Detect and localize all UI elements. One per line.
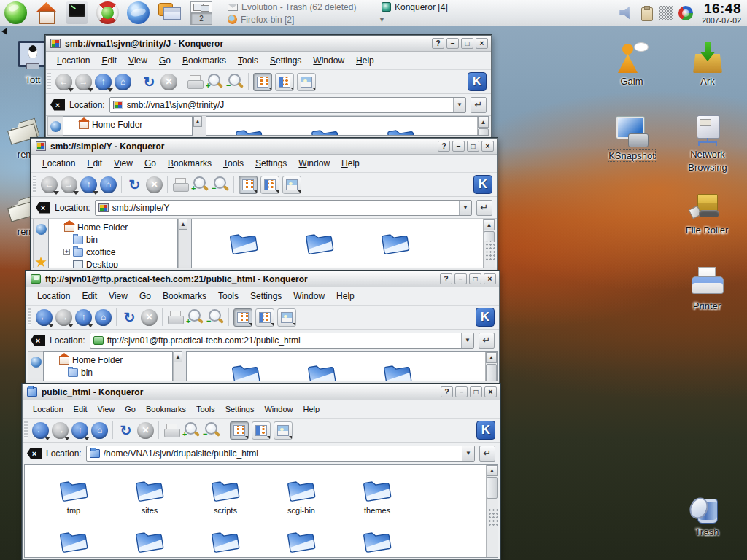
- photo-view-button[interactable]: [297, 73, 316, 91]
- menu-item[interactable]: View: [104, 289, 133, 303]
- globe-tab-icon[interactable]: [31, 357, 42, 368]
- globe-tab-icon[interactable]: [50, 121, 61, 132]
- back-button[interactable]: ←: [36, 309, 53, 326]
- menu-item[interactable]: Help: [336, 157, 365, 170]
- forward-button[interactable]: →: [55, 309, 72, 326]
- back-button[interactable]: ←: [32, 422, 49, 439]
- menu-item[interactable]: Go: [134, 289, 156, 303]
- up-button[interactable]: ↑: [71, 422, 88, 439]
- menu-item[interactable]: Edit: [82, 157, 107, 170]
- panel-clock[interactable]: 16:48 2007-07-02: [699, 1, 747, 25]
- menu-item[interactable]: Window: [260, 403, 297, 415]
- folder-item[interactable]: [227, 121, 272, 136]
- menu-item[interactable]: Bookmarks: [177, 54, 231, 67]
- folder-item[interactable]: [203, 524, 248, 557]
- menu-item[interactable]: Tools: [192, 403, 220, 415]
- zoom-out-button[interactable]: −: [206, 308, 224, 326]
- konsole-icon[interactable]: [66, 1, 88, 24]
- tree-view-button[interactable]: [275, 73, 294, 91]
- back-button[interactable]: ←: [55, 74, 72, 90]
- back-button[interactable]: ←: [41, 176, 58, 193]
- location-input[interactable]: /home/VNA1/sjvn/drupalsite/public_html ▼: [86, 446, 475, 462]
- close-button[interactable]: ×: [476, 38, 488, 49]
- suse-help-icon[interactable]: [96, 1, 119, 24]
- menu-item[interactable]: Help: [331, 289, 360, 303]
- toolbar-handle[interactable]: [24, 421, 28, 439]
- forward-button[interactable]: →: [61, 176, 77, 193]
- kde-logo[interactable]: K: [476, 421, 495, 440]
- menu-item[interactable]: Bookmarks: [163, 157, 217, 170]
- menu-item[interactable]: Edit: [77, 289, 102, 303]
- kontact-mail-icon[interactable]: [158, 1, 180, 24]
- suse-menu-icon[interactable]: [4, 1, 27, 24]
- help-button[interactable]: ?: [438, 141, 450, 152]
- zoom-out-button[interactable]: −: [203, 421, 220, 439]
- maximize-button[interactable]: □: [461, 38, 473, 49]
- menu-item[interactable]: Tools: [233, 54, 263, 67]
- konqueror-icon[interactable]: [127, 1, 150, 24]
- titlebar[interactable]: public_html - Konqueror ? – □ ×: [23, 384, 500, 400]
- menu-item[interactable]: Help: [351, 54, 379, 67]
- scrollbar[interactable]: ▲: [477, 117, 489, 135]
- help-button[interactable]: ?: [432, 38, 444, 49]
- task-evolution[interactable]: Evolution - Trash (62 deleted): [225, 1, 374, 13]
- desktop-icon-file-roller[interactable]: File Roller: [673, 191, 740, 236]
- zoom-in-button[interactable]: +: [191, 176, 209, 193]
- zoom-in-button[interactable]: +: [182, 421, 200, 439]
- menu-item[interactable]: Location: [52, 54, 95, 67]
- tree-view-button[interactable]: [255, 308, 274, 327]
- menu-item[interactable]: Go: [154, 54, 176, 67]
- photo-view-button[interactable]: [277, 308, 296, 327]
- icon-view-button[interactable]: [239, 176, 258, 194]
- location-dropdown[interactable]: ▼: [462, 446, 474, 461]
- location-dropdown[interactable]: ▼: [459, 201, 471, 215]
- suse-updater-icon[interactable]: [678, 6, 693, 20]
- go-button[interactable]: ↵: [479, 332, 495, 349]
- folder-item[interactable]: themes: [355, 472, 400, 515]
- minimize-button[interactable]: –: [455, 386, 468, 397]
- go-button[interactable]: ↵: [476, 200, 492, 216]
- tray-misc-icon[interactable]: [659, 6, 673, 20]
- pager-desktop-2[interactable]: 2: [191, 12, 212, 24]
- up-button[interactable]: ↑: [80, 176, 97, 193]
- location-input[interactable]: smb://simple/Y ▼: [95, 200, 472, 216]
- stop-button[interactable]: ✕: [160, 74, 177, 90]
- tree-expander[interactable]: +: [63, 249, 70, 255]
- folder-item[interactable]: sites: [127, 472, 172, 515]
- kde-logo[interactable]: K: [473, 175, 492, 194]
- maximize-button[interactable]: □: [469, 273, 481, 284]
- desktop-icon-ksnapshot[interactable]: KSnapshot: [598, 117, 665, 162]
- menu-item[interactable]: Edit: [96, 54, 122, 67]
- titlebar[interactable]: smb://simple/Y - Konqueror ? – □ ×: [31, 139, 497, 155]
- clear-location-button[interactable]: ×: [50, 99, 65, 111]
- go-button[interactable]: ↵: [471, 97, 487, 113]
- toolbar-handle[interactable]: [28, 308, 31, 326]
- maximize-button[interactable]: □: [467, 141, 479, 152]
- home-button[interactable]: ⌂: [91, 422, 108, 439]
- menu-item[interactable]: Settings: [265, 54, 306, 67]
- forward-button[interactable]: →: [75, 74, 92, 90]
- sidebar-scrollbar[interactable]: ▲: [193, 116, 202, 136]
- menu-item[interactable]: View: [93, 403, 120, 415]
- zoom-out-button[interactable]: −: [212, 176, 229, 193]
- sidebar-tree-item[interactable]: Desktop: [50, 258, 177, 268]
- pager-desktop-1[interactable]: [191, 2, 212, 13]
- desktop-icon-network-browsing[interactable]: Network Browsing: [674, 115, 741, 174]
- tree-view-button[interactable]: [252, 421, 271, 440]
- folder-item[interactable]: [373, 225, 418, 259]
- menu-item[interactable]: Go: [139, 157, 161, 170]
- scrollbar[interactable]: ▲: [483, 219, 495, 268]
- menu-item[interactable]: Bookmarks: [142, 403, 190, 415]
- photo-view-button[interactable]: [282, 176, 301, 194]
- folder-item[interactable]: tmp: [51, 472, 96, 515]
- home-folder-icon[interactable]: [35, 1, 58, 24]
- sidebar-tree-item[interactable]: Home Folder: [45, 354, 172, 366]
- folder-item[interactable]: scripts: [203, 472, 248, 515]
- bookmarks-tab-icon[interactable]: [35, 257, 47, 268]
- titlebar[interactable]: smb://vna1\sjvn@trinity/J - Konqueror ? …: [46, 36, 491, 52]
- sidebar-scrollbar[interactable]: ▲: [178, 219, 187, 268]
- scrollbar[interactable]: ▲: [485, 352, 497, 381]
- location-input[interactable]: smb://vna1\sjvn@trinity/J ▼: [109, 97, 466, 113]
- menu-item[interactable]: Settings: [245, 289, 287, 303]
- menu-item[interactable]: Location: [28, 403, 68, 415]
